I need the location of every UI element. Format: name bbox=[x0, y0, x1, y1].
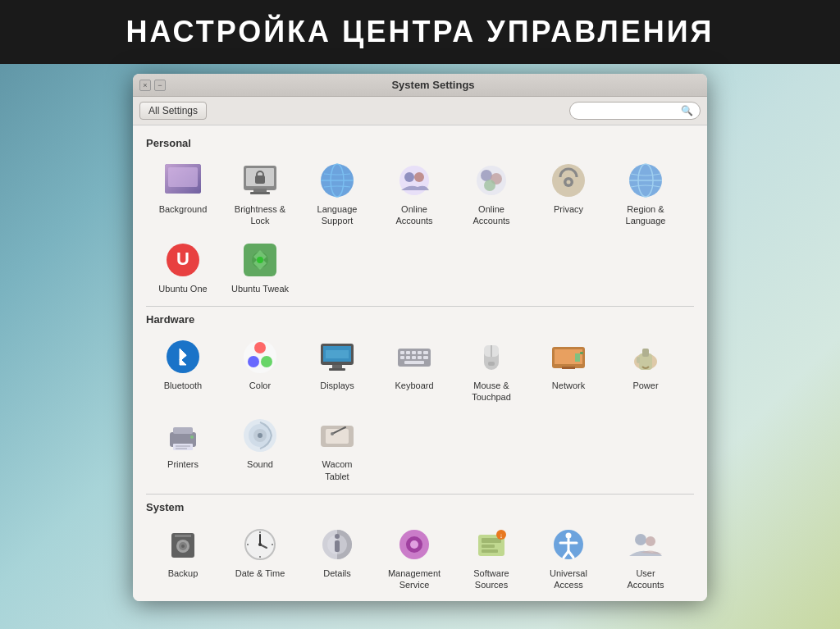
svg-rect-2 bbox=[168, 167, 198, 187]
wacom-tablet-icon bbox=[317, 416, 357, 455]
svg-point-16 bbox=[481, 170, 492, 181]
mouse-touchpad-icon bbox=[472, 337, 511, 376]
search-icon: 🔍 bbox=[681, 105, 693, 116]
brightness-lock-icon bbox=[240, 161, 280, 200]
software-sources-icon: ↓ bbox=[472, 525, 511, 564]
close-button[interactable]: × bbox=[139, 80, 151, 91]
details-item[interactable]: Details bbox=[300, 520, 374, 596]
online-accounts-1-item[interactable]: OnlineAccounts bbox=[377, 156, 451, 232]
displays-item[interactable]: Displays bbox=[300, 332, 374, 408]
ubuntu-tweak-label: Ubuntu Tweak bbox=[231, 283, 289, 294]
personal-hardware-divider bbox=[146, 306, 694, 307]
online-accounts-1-icon bbox=[395, 161, 434, 200]
svg-rect-47 bbox=[406, 356, 410, 359]
power-icon bbox=[626, 337, 665, 376]
universal-access-icon bbox=[549, 525, 588, 564]
bluetooth-label: Bluetooth bbox=[164, 380, 202, 391]
svg-rect-95 bbox=[335, 540, 340, 552]
color-label: Color bbox=[249, 380, 271, 391]
svg-rect-45 bbox=[423, 351, 428, 354]
top-banner: НАСТРОЙКА ЦЕНТРА УПРАВЛЕНИЯ bbox=[0, 0, 840, 64]
management-service-item[interactable]: ManagementService bbox=[377, 520, 451, 596]
displays-label: Displays bbox=[320, 380, 354, 391]
universal-access-item[interactable]: UniversalAccess bbox=[532, 520, 605, 596]
online-accounts-2-icon bbox=[472, 161, 511, 200]
svg-rect-59 bbox=[575, 353, 580, 362]
background-item[interactable]: Background bbox=[146, 156, 220, 232]
network-icon bbox=[549, 337, 588, 376]
ubuntu-tweak-icon bbox=[240, 240, 280, 280]
user-accounts-label: UserAccounts bbox=[627, 567, 664, 591]
svg-point-14 bbox=[414, 172, 424, 182]
wacom-tablet-item[interactable]: WacomTablet bbox=[300, 411, 374, 487]
management-service-label: ManagementService bbox=[388, 567, 441, 591]
software-sources-label: SoftwareSources bbox=[473, 567, 509, 591]
minimize-button[interactable]: − bbox=[154, 80, 166, 91]
online-accounts-2-item[interactable]: OnlineAccounts bbox=[454, 156, 528, 232]
sound-item[interactable]: Sound bbox=[223, 411, 297, 487]
details-icon bbox=[317, 525, 357, 564]
keyboard-icon bbox=[395, 337, 434, 376]
privacy-label: Privacy bbox=[554, 203, 583, 215]
svg-rect-49 bbox=[418, 356, 422, 359]
bluetooth-item[interactable]: Bluetooth bbox=[146, 332, 220, 408]
svg-rect-46 bbox=[400, 356, 404, 359]
sound-icon bbox=[240, 416, 280, 455]
backup-item[interactable]: Backup bbox=[146, 520, 220, 596]
search-box[interactable]: 🔍 bbox=[569, 102, 701, 120]
svg-rect-60 bbox=[580, 352, 583, 354]
svg-rect-6 bbox=[250, 192, 270, 194]
power-label: Power bbox=[632, 380, 658, 391]
all-settings-button[interactable]: All Settings bbox=[139, 102, 207, 120]
printers-item[interactable]: Printers bbox=[146, 411, 220, 487]
ubuntu-one-label: Ubuntu One bbox=[158, 283, 207, 294]
svg-point-74 bbox=[258, 433, 262, 438]
privacy-icon bbox=[549, 161, 588, 200]
svg-rect-63 bbox=[642, 349, 649, 357]
online-accounts-1-label: OnlineAccounts bbox=[395, 203, 432, 227]
svg-rect-102 bbox=[482, 549, 498, 553]
svg-point-98 bbox=[410, 540, 418, 549]
language-support-item[interactable]: LanguageSupport bbox=[300, 156, 374, 232]
online-accounts-2-label: OnlineAccounts bbox=[472, 203, 509, 227]
svg-point-106 bbox=[566, 533, 572, 539]
date-time-item[interactable]: Date & Time bbox=[223, 520, 297, 596]
ubuntu-one-icon: U bbox=[163, 240, 203, 280]
background-label: Background bbox=[159, 203, 208, 215]
svg-text:↓: ↓ bbox=[500, 531, 504, 540]
svg-point-94 bbox=[335, 534, 340, 539]
svg-point-21 bbox=[567, 180, 571, 185]
privacy-item[interactable]: Privacy bbox=[532, 156, 605, 232]
region-language-icon bbox=[626, 161, 665, 200]
keyboard-item[interactable]: Keyboard bbox=[377, 332, 451, 408]
svg-rect-69 bbox=[176, 448, 187, 449]
software-sources-item[interactable]: ↓ SoftwareSources bbox=[454, 520, 528, 596]
date-time-label: Date & Time bbox=[235, 567, 285, 579]
svg-point-82 bbox=[181, 545, 185, 548]
region-language-item[interactable]: Region &Language bbox=[609, 156, 682, 232]
power-item[interactable]: Power bbox=[609, 332, 682, 408]
language-support-label: LanguageSupport bbox=[317, 203, 358, 227]
brightness-lock-item[interactable]: Brightness &Lock bbox=[223, 156, 297, 232]
color-item[interactable]: Color bbox=[223, 332, 297, 408]
svg-point-111 bbox=[635, 534, 646, 545]
user-accounts-item[interactable]: UserAccounts bbox=[609, 520, 682, 596]
ubuntu-one-item[interactable]: U Ubuntu One bbox=[146, 235, 220, 299]
mouse-touchpad-item[interactable]: Mouse &Touchpad bbox=[454, 332, 528, 408]
search-input[interactable] bbox=[577, 105, 681, 116]
svg-rect-100 bbox=[482, 538, 501, 543]
svg-rect-44 bbox=[418, 351, 422, 354]
svg-point-13 bbox=[404, 172, 414, 182]
system-section-label: System bbox=[146, 501, 694, 513]
network-item[interactable]: Network bbox=[532, 332, 605, 408]
svg-rect-5 bbox=[253, 189, 267, 192]
content-area: Personal B bbox=[133, 125, 707, 601]
svg-rect-42 bbox=[406, 351, 410, 354]
window-controls: × − bbox=[139, 80, 166, 91]
svg-rect-66 bbox=[173, 427, 193, 434]
bluetooth-icon bbox=[163, 337, 203, 376]
printers-label: Printers bbox=[167, 458, 199, 470]
ubuntu-tweak-item[interactable]: Ubuntu Tweak bbox=[223, 235, 297, 299]
personal-icons-grid: Background Brightness &Lock bbox=[146, 156, 694, 299]
hardware-system-divider bbox=[146, 494, 694, 495]
